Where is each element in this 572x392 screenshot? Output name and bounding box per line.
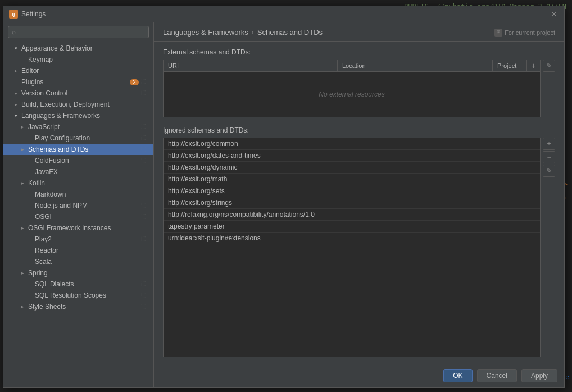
- remove-ignored-button[interactable]: −: [543, 151, 555, 163]
- col-project: Project: [493, 60, 526, 71]
- list-item[interactable]: http://exslt.org/dynamic: [164, 162, 540, 174]
- add-ignored-button[interactable]: +: [543, 138, 555, 150]
- external-icon: ⬚: [141, 123, 149, 131]
- external-table-with-actions: URI Location Project + No external resou…: [163, 60, 555, 117]
- sidebar-item-javafx[interactable]: JavaFX: [3, 166, 153, 177]
- sidebar-item-label: Editor: [21, 67, 149, 75]
- external-icon: ⬚: [141, 291, 149, 299]
- sidebar-item-javascript[interactable]: ▸ JavaScript ⬚: [3, 121, 153, 133]
- external-icon: ⬚: [141, 89, 149, 97]
- external-icon: ⬚: [141, 235, 149, 243]
- sidebar-item-nodejs[interactable]: Node.js and NPM ⬚: [3, 200, 153, 211]
- sidebar-item-label: ColdFusion: [35, 157, 139, 165]
- external-icon: ⬚: [141, 303, 149, 311]
- sidebar-item-languages-frameworks[interactable]: ▾ Languages & Frameworks: [3, 110, 153, 121]
- ignored-list: http://exslt.org/common http://exslt.org…: [163, 138, 541, 357]
- sidebar-item-markdown[interactable]: Markdown: [3, 189, 153, 200]
- sidebar-item-scala[interactable]: Scala: [3, 256, 153, 267]
- plugins-badge: 2: [130, 79, 139, 85]
- expand-arrow: ▾: [15, 45, 21, 51]
- sidebar-item-play2[interactable]: Play2 ⬚: [3, 234, 153, 245]
- external-icon: ⬚: [141, 157, 149, 165]
- col-location: Location: [338, 60, 493, 71]
- sidebar-item-play-configuration[interactable]: Play Configuration ⬚: [3, 133, 153, 144]
- sidebar-item-build-exec[interactable]: ▸ Build, Execution, Deployment: [3, 99, 153, 110]
- external-icon: ⬚: [141, 145, 149, 153]
- sidebar-item-label: JavaFX: [35, 168, 149, 176]
- search-input[interactable]: [18, 28, 145, 36]
- sidebar-item-label: Node.js and NPM: [35, 202, 139, 209]
- breadcrumb-separator: ›: [252, 29, 254, 37]
- breadcrumb: Languages & Frameworks › Schemas and DTD…: [154, 22, 564, 42]
- list-item[interactable]: http://exslt.org/math: [164, 174, 540, 185]
- settings-dialog: ij Settings ✕ ⌕ ▾ Appearance & Behavior: [3, 6, 565, 388]
- expand-arrow: ▸: [21, 124, 28, 130]
- cancel-button[interactable]: Cancel: [477, 369, 517, 382]
- list-item[interactable]: http://exslt.org/common: [164, 138, 540, 150]
- list-item[interactable]: http://exslt.org/dates-and-times: [164, 150, 540, 162]
- main-content: Languages & Frameworks › Schemas and DTD…: [154, 22, 564, 387]
- edit-external-button[interactable]: ✎: [543, 60, 555, 72]
- sidebar-item-label: OSGi Framework Instances: [28, 224, 149, 232]
- add-external-button[interactable]: +: [526, 60, 540, 71]
- sidebar-item-label: Version Control: [21, 89, 139, 97]
- sidebar-item-label: Languages & Frameworks: [21, 112, 149, 120]
- sidebar-item-version-control[interactable]: ▸ Version Control ⬚: [3, 88, 153, 99]
- close-button[interactable]: ✕: [550, 10, 559, 19]
- search-icon: ⌕: [12, 28, 16, 36]
- sidebar-item-label: Build, Execution, Deployment: [21, 101, 149, 108]
- expand-arrow: ▸: [15, 68, 21, 74]
- sidebar-item-schemas-dtds[interactable]: ▸ Schemas and DTDs ⬚: [3, 144, 153, 155]
- external-section: External schemas and DTDs: URI Location …: [163, 48, 555, 117]
- sidebar-item-editor[interactable]: ▸ Editor: [3, 65, 153, 76]
- sidebar-item-reactor[interactable]: Reactor: [3, 245, 153, 256]
- ignored-section: Ignored schemas and DTDs: http://exslt.o…: [163, 126, 555, 357]
- list-item[interactable]: http://exslt.org/strings: [164, 197, 540, 209]
- title-bar: ij Settings ✕: [3, 6, 564, 22]
- sidebar-item-sql-resolution[interactable]: SQL Resolution Scopes ⬚: [3, 290, 153, 301]
- sidebar-item-label: Appearance & Behavior: [21, 44, 149, 52]
- sidebar-item-kotlin[interactable]: ▸ Kotlin: [3, 177, 153, 189]
- sidebar-item-label: Plugins: [21, 78, 130, 86]
- breadcrumb-current: Schemas and DTDs: [257, 28, 323, 37]
- ignored-action-buttons: + − ✎: [543, 138, 555, 357]
- no-resources-text: No external resources: [302, 74, 401, 115]
- external-icon: ⬚: [141, 213, 149, 221]
- col-uri: URI: [164, 60, 338, 71]
- sidebar-item-spring[interactable]: ▸ Spring: [3, 267, 153, 279]
- external-icon: ⬚: [141, 134, 149, 142]
- sidebar-item-keymap[interactable]: Keymap: [3, 54, 153, 65]
- sidebar-item-sql-dialects[interactable]: SQL Dialects ⬚: [3, 279, 153, 290]
- sidebar-item-label: Schemas and DTDs: [28, 145, 139, 153]
- sidebar-item-osgi[interactable]: OSGi ⬚: [3, 211, 153, 222]
- app-icon: ij: [9, 10, 18, 19]
- project-icon: 🖹: [494, 29, 502, 37]
- external-table: URI Location Project + No external resou…: [163, 60, 541, 117]
- list-item[interactable]: tapestry:parameter: [164, 221, 540, 233]
- content-area: External schemas and DTDs: URI Location …: [154, 42, 564, 364]
- expand-arrow: ▸: [21, 304, 28, 309]
- sidebar-item-plugins[interactable]: Plugins 2 ⬚: [3, 76, 153, 88]
- apply-button[interactable]: Apply: [521, 369, 557, 382]
- breadcrumb-parent: Languages & Frameworks: [163, 28, 248, 37]
- sidebar-item-label: Play2: [35, 235, 139, 243]
- list-item[interactable]: http://relaxng.org/ns/compatibility/anno…: [164, 209, 540, 221]
- list-item[interactable]: urn:idea:xslt-plugin#extensions: [164, 233, 540, 244]
- external-icon: ⬚: [141, 280, 149, 288]
- ok-button[interactable]: OK: [443, 369, 472, 382]
- sidebar-item-style-sheets[interactable]: ▸ Style Sheets ⬚: [3, 301, 153, 312]
- expand-arrow: ▸: [21, 180, 28, 186]
- sidebar-item-label: OSGi: [35, 213, 139, 221]
- edit-ignored-button[interactable]: ✎: [543, 165, 555, 177]
- sidebar-item-label: Keymap: [28, 56, 149, 63]
- expand-arrow: ▸: [21, 147, 28, 152]
- sidebar-item-osgi-framework[interactable]: ▸ OSGi Framework Instances: [3, 222, 153, 234]
- sidebar-item-label: Spring: [28, 269, 149, 277]
- expand-arrow: ▸: [15, 90, 21, 96]
- table-header: URI Location Project +: [164, 60, 540, 72]
- list-item[interactable]: http://exslt.org/sets: [164, 185, 540, 197]
- sidebar-item-appearance-behavior[interactable]: ▾ Appearance & Behavior: [3, 43, 153, 54]
- ignored-with-actions: http://exslt.org/common http://exslt.org…: [163, 138, 555, 357]
- sidebar-item-label: SQL Dialects: [35, 280, 139, 288]
- sidebar-item-coldfusion[interactable]: ColdFusion ⬚: [3, 155, 153, 166]
